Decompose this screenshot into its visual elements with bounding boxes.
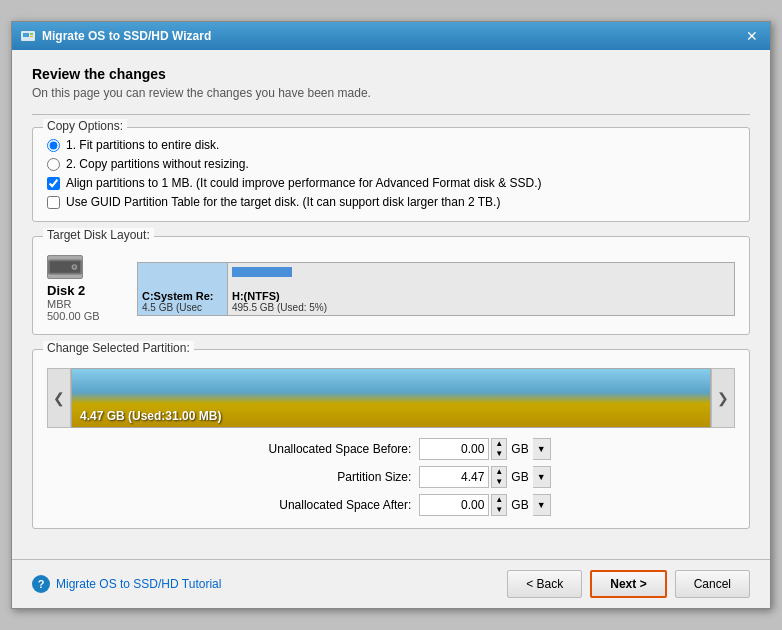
unallocated-before-down[interactable]: ▼: [492, 449, 506, 459]
selected-partition-bar: 4.47 GB (Used:31.00 MB): [71, 368, 711, 428]
unallocated-after-label: Unallocated Space After:: [231, 498, 411, 512]
copy-options-section: Copy Options: 1. Fit partitions to entir…: [32, 127, 750, 222]
footer-left: ? Migrate OS to SSD/HD Tutorial: [32, 575, 221, 593]
page-subtitle: On this page you can review the changes …: [32, 86, 750, 100]
radio-copy-without-resizing[interactable]: [47, 158, 60, 171]
partition-size-input-group: ▲ ▼ GB ▼: [419, 466, 550, 488]
help-icon[interactable]: ?: [32, 575, 50, 593]
partition-size-dropdown[interactable]: ▼: [533, 466, 551, 488]
change-partition-label: Change Selected Partition:: [43, 341, 194, 355]
change-partition-section: Change Selected Partition: ❮ 4.47 GB (Us…: [32, 349, 750, 529]
divider: [32, 114, 750, 115]
disk-type: MBR: [47, 298, 71, 310]
titlebar: Migrate OS to SSD/HD Wizard ✕: [12, 22, 770, 50]
app-icon: [20, 28, 36, 44]
partition-h-size: 495.5 GB (Used: 5%): [232, 302, 730, 313]
footer: ? Migrate OS to SSD/HD Tutorial < Back N…: [12, 559, 770, 608]
copy-options-label: Copy Options:: [43, 119, 127, 133]
partition-c-label: C:System Re:: [142, 290, 223, 302]
unallocated-before-spinner: ▲ ▼: [491, 438, 507, 460]
svg-rect-3: [30, 36, 33, 37]
partition-h-label: H:(NTFS): [232, 290, 730, 302]
footer-buttons: < Back Next > Cancel: [507, 570, 750, 598]
radio-row-2: 2. Copy partitions without resizing.: [47, 157, 735, 171]
disk-size: 500.00 GB: [47, 310, 100, 322]
partition-size-spinner: ▲ ▼: [491, 466, 507, 488]
target-disk-section: Target Disk Layout: Disk 2 MBR 500.00 GB: [32, 236, 750, 335]
radio-fit-partitions-label: 1. Fit partitions to entire disk.: [66, 138, 219, 152]
page-title: Review the changes: [32, 66, 750, 82]
unallocated-after-spinner: ▲ ▼: [491, 494, 507, 516]
titlebar-left: Migrate OS to SSD/HD Wizard: [20, 28, 211, 44]
partition-size-input[interactable]: [419, 466, 489, 488]
disk-info: Disk 2 MBR 500.00 GB: [47, 255, 127, 322]
checkbox-align-partitions[interactable]: [47, 177, 60, 190]
svg-point-7: [73, 266, 76, 269]
titlebar-title: Migrate OS to SSD/HD Wizard: [42, 29, 211, 43]
unallocated-after-down[interactable]: ▼: [492, 505, 506, 515]
unallocated-after-row: Unallocated Space After: ▲ ▼ GB ▼: [77, 494, 705, 516]
partition-c: C:System Re: 4.5 GB (Usec: [138, 263, 228, 315]
partition-h-bar: [232, 267, 292, 277]
left-arrow-button[interactable]: ❮: [47, 368, 71, 428]
disk-icon: [47, 255, 83, 279]
partition-bar: C:System Re: 4.5 GB (Usec H:(NTFS) 495.5…: [137, 262, 735, 316]
partition-controls: Unallocated Space Before: ▲ ▼ GB ▼ Parti…: [47, 438, 735, 516]
close-button[interactable]: ✕: [742, 26, 762, 46]
checkbox-row-2: Use GUID Partition Table for the target …: [47, 195, 735, 209]
disk-name: Disk 2: [47, 283, 85, 298]
unallocated-before-up[interactable]: ▲: [492, 439, 506, 449]
checkbox-guid[interactable]: [47, 196, 60, 209]
selected-partition-info: 4.47 GB (Used:31.00 MB): [80, 409, 702, 423]
selected-partition-inner: 4.47 GB (Used:31.00 MB): [72, 369, 710, 427]
radio-row-1: 1. Fit partitions to entire disk.: [47, 138, 735, 152]
svg-rect-1: [23, 33, 29, 37]
cancel-button[interactable]: Cancel: [675, 570, 750, 598]
checkbox-row-1: Align partitions to 1 MB. (It could impr…: [47, 176, 735, 190]
unallocated-before-input-group: ▲ ▼ GB ▼: [419, 438, 550, 460]
unallocated-after-up[interactable]: ▲: [492, 495, 506, 505]
main-content: Review the changes On this page you can …: [12, 50, 770, 559]
checkbox-align-partitions-label: Align partitions to 1 MB. (It could impr…: [66, 176, 542, 190]
unallocated-after-input[interactable]: [419, 494, 489, 516]
right-arrow-button[interactable]: ❯: [711, 368, 735, 428]
radio-copy-without-resizing-label: 2. Copy partitions without resizing.: [66, 157, 249, 171]
partition-c-size: 4.5 GB (Usec: [142, 302, 223, 313]
svg-rect-2: [30, 33, 33, 35]
unallocated-after-unit: GB: [509, 498, 530, 512]
partition-size-up[interactable]: ▲: [492, 467, 506, 477]
unallocated-before-input[interactable]: [419, 438, 489, 460]
unallocated-after-input-group: ▲ ▼ GB ▼: [419, 494, 550, 516]
radio-fit-partitions[interactable]: [47, 139, 60, 152]
unallocated-before-unit: GB: [509, 442, 530, 456]
unallocated-before-label: Unallocated Space Before:: [231, 442, 411, 456]
target-disk-label: Target Disk Layout:: [43, 228, 154, 242]
next-button[interactable]: Next >: [590, 570, 666, 598]
partition-size-unit: GB: [509, 470, 530, 484]
tutorial-link[interactable]: Migrate OS to SSD/HD Tutorial: [56, 577, 221, 591]
back-button[interactable]: < Back: [507, 570, 582, 598]
partition-h: H:(NTFS) 495.5 GB (Used: 5%): [228, 263, 734, 315]
partition-size-label: Partition Size:: [231, 470, 411, 484]
partition-size-down[interactable]: ▼: [492, 477, 506, 487]
checkbox-guid-label: Use GUID Partition Table for the target …: [66, 195, 500, 209]
main-window: Migrate OS to SSD/HD Wizard ✕ Review the…: [11, 21, 771, 609]
partition-size-row: Partition Size: ▲ ▼ GB ▼: [77, 466, 705, 488]
unallocated-before-dropdown[interactable]: ▼: [533, 438, 551, 460]
unallocated-after-dropdown[interactable]: ▼: [533, 494, 551, 516]
disk-layout-container: Disk 2 MBR 500.00 GB C:System Re: 4.5 GB…: [47, 255, 735, 322]
partition-bar-container: ❮ 4.47 GB (Used:31.00 MB) ❯: [47, 368, 735, 428]
unallocated-before-row: Unallocated Space Before: ▲ ▼ GB ▼: [77, 438, 705, 460]
